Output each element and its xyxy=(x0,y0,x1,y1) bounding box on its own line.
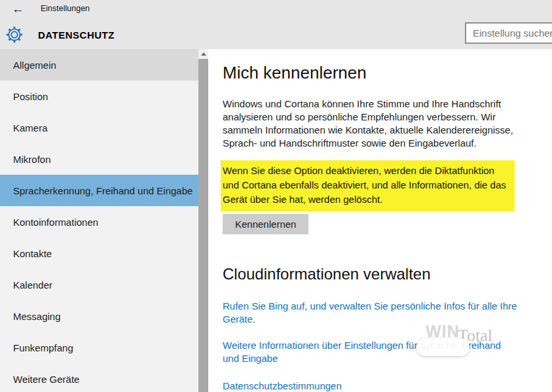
back-label[interactable]: Einstellungen xyxy=(41,4,90,13)
link-more-info-speech-inking-typing[interactable]: Weitere Informationen über Einstellungen… xyxy=(223,339,519,365)
sidebar-item-label: Messaging xyxy=(13,311,61,322)
sidebar-item-funkempfang[interactable]: Funkempfang xyxy=(0,332,198,363)
kennenlernen-button[interactable]: Kennenlernen xyxy=(223,214,308,234)
back-arrow-icon[interactable]: ← xyxy=(12,1,24,17)
sidebar-item-label: Kalender xyxy=(13,279,52,291)
section-title-mich-kennenlernen: Mich kennenlernen xyxy=(223,62,552,83)
sidebar-scrollbar[interactable] xyxy=(198,49,208,392)
privacy-sidebar: Allgemein Position Kamera Mikrofon Sprac… xyxy=(0,49,198,392)
sidebar-item-kamera[interactable]: Kamera xyxy=(0,112,198,143)
back-row: ← Einstellungen xyxy=(0,0,552,18)
sidebar-item-allgemein[interactable]: Allgemein xyxy=(0,49,198,80)
sidebar-item-label: Spracherkennung, Freihand und Eingabe xyxy=(13,185,193,196)
scrollbar-thumb[interactable] xyxy=(198,59,208,392)
sidebar-item-kontakte[interactable]: Kontakte xyxy=(0,238,198,269)
sidebar-item-kalender[interactable]: Kalender xyxy=(0,269,198,300)
chevron-up-icon[interactable] xyxy=(198,49,208,59)
sidebar-item-weitere-geraete[interactable]: Weitere Geräte xyxy=(0,363,198,392)
sidebar-item-position[interactable]: Position xyxy=(0,80,198,112)
sidebar-item-label: Weitere Geräte xyxy=(13,374,79,385)
know-me-description: Windows und Cortana können Ihre Stimme u… xyxy=(223,98,517,150)
sidebar-item-label: Kontoinformationen xyxy=(13,217,98,228)
sidebar-item-label: Kontakte xyxy=(13,248,52,259)
sidebar-item-label: Allgemein xyxy=(13,60,56,71)
sidebar-item-label: Kamera xyxy=(13,122,48,134)
sidebar-item-mikrofon[interactable]: Mikrofon xyxy=(0,143,198,175)
sidebar-item-label: Mikrofon xyxy=(13,154,51,165)
sidebar-item-label: Funkempfang xyxy=(13,342,73,353)
gear-icon xyxy=(5,26,24,44)
section-title-cloudinformationen: Cloudinformationen verwalten xyxy=(223,264,552,284)
search-input[interactable] xyxy=(465,22,552,44)
settings-header: ← Einstellungen DATENSCHUTZ xyxy=(0,0,552,49)
sidebar-item-messaging[interactable]: Messaging xyxy=(0,300,198,332)
link-privacy-statement[interactable]: Datenschutzbestimmungen xyxy=(223,380,519,392)
sidebar-item-kontoinformationen[interactable]: Kontoinformationen xyxy=(0,206,198,238)
highlighted-note: Wenn Sie diese Option deaktivieren, werd… xyxy=(221,160,515,211)
sidebar-item-spracherkennung[interactable]: Spracherkennung, Freihand und Eingabe xyxy=(0,175,198,206)
page-title: DATENSCHUTZ xyxy=(38,29,115,41)
link-bing-personal-info[interactable]: Rufen Sie Bing auf, und verwalten Sie pe… xyxy=(223,300,519,326)
sidebar-item-label: Position xyxy=(13,91,48,102)
main-content: Mich kennenlernen Windows und Cortana kö… xyxy=(208,49,552,392)
